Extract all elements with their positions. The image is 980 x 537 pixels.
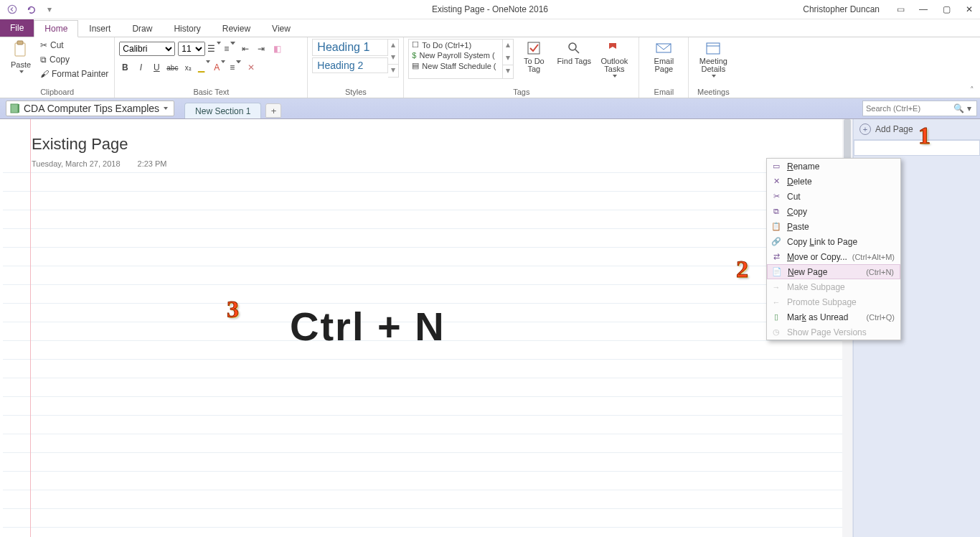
ctx-cut[interactable]: ✂ Cut: [767, 189, 900, 204]
bullets-icon[interactable]: ☰: [208, 43, 220, 55]
ctx-copy-link[interactable]: 🔗 Copy Link to Page: [767, 234, 900, 249]
ribbon-collapse-icon[interactable]: ˄: [970, 85, 974, 95]
callout-3: 3: [227, 296, 239, 323]
tab-home[interactable]: Home: [34, 20, 78, 37]
ribbon: Paste ✂ Cut ⧉ Copy 🖌 Format Painter Clip…: [0, 37, 980, 98]
cut-icon: ✂: [770, 191, 783, 202]
clear-formatting-button[interactable]: ✕: [245, 62, 257, 73]
svg-rect-1: [15, 43, 25, 56]
styles-scroll-down-icon[interactable]: ▾: [388, 52, 398, 64]
font-size-select[interactable]: 11: [178, 42, 205, 56]
minimize-button[interactable]: —: [917, 4, 930, 14]
format-painter-button[interactable]: 🖌 Format Painter: [39, 67, 110, 80]
delete-icon: ✕: [770, 176, 783, 187]
maximize-button[interactable]: ▢: [940, 4, 953, 14]
svg-rect-7: [707, 43, 720, 54]
numbering-icon[interactable]: ≡: [224, 43, 235, 55]
svg-rect-2: [17, 41, 23, 45]
account-name[interactable]: Christopher Duncan: [803, 4, 880, 14]
search-dropdown-icon[interactable]: ▾: [965, 103, 974, 113]
margin-line: [30, 119, 31, 537]
close-button[interactable]: ✕: [963, 4, 976, 14]
style-heading2[interactable]: Heading 2: [312, 57, 388, 73]
page-title[interactable]: Existing Page: [32, 135, 128, 154]
tags-expand-icon[interactable]: ▾: [503, 65, 513, 78]
tab-review[interactable]: Review: [212, 19, 261, 37]
ctx-make-subpage: → Make Subpage: [767, 279, 900, 294]
tags-scroll-up-icon[interactable]: ▴: [503, 39, 513, 52]
ctx-paste[interactable]: 📋 Paste: [767, 219, 900, 234]
tab-view[interactable]: View: [261, 19, 301, 37]
font-name-select[interactable]: Calibri: [119, 42, 175, 56]
group-email-label: Email: [644, 86, 684, 98]
ctx-rename[interactable]: ▭ Rename: [767, 159, 900, 174]
tab-file[interactable]: File: [0, 19, 34, 37]
tab-history[interactable]: History: [163, 19, 211, 37]
paste-button[interactable]: Paste: [4, 39, 37, 75]
page-list-item[interactable]: [854, 140, 980, 156]
copy-button[interactable]: ⧉ Copy: [39, 53, 110, 66]
copy-icon: ⧉: [770, 206, 783, 218]
add-page-button[interactable]: + Add Page: [854, 119, 980, 140]
dollar-icon: $: [412, 51, 416, 60]
tab-insert[interactable]: Insert: [78, 19, 121, 37]
group-styles: Heading 1 Heading 2 ▴ ▾ ▾ Styles: [308, 37, 404, 98]
align-button[interactable]: ≡: [230, 62, 241, 73]
subscript-button[interactable]: x₂: [182, 62, 194, 73]
tag-staff-label: New Staff Schedule (: [422, 62, 496, 70]
font-color-button[interactable]: A: [214, 62, 225, 73]
ctx-move-copy[interactable]: ⇄ Move or Copy... (Ctrl+Alt+M): [767, 249, 900, 264]
eraser-icon[interactable]: ◧: [271, 43, 283, 55]
indent-left-icon: ←: [770, 296, 783, 308]
style-heading1[interactable]: Heading 1: [312, 39, 388, 56]
group-meetings-label: Meetings: [693, 86, 733, 98]
meeting-details-label: Meeting Details: [696, 57, 730, 73]
tag-payroll-label: New Payroll System (: [419, 51, 494, 60]
indent-icon[interactable]: ⇥: [255, 43, 267, 55]
page-timestamp: Tuesday, March 27, 2018 2:23 PM: [32, 159, 166, 168]
ctx-delete[interactable]: ✕ Delete: [767, 174, 900, 189]
back-icon[interactable]: [6, 3, 19, 16]
bold-button[interactable]: B: [119, 62, 131, 73]
search-icon[interactable]: 🔍: [952, 103, 965, 113]
highlight-button[interactable]: ▁: [198, 62, 209, 73]
body-text[interactable]: Ctrl + N: [290, 303, 446, 350]
tab-draw[interactable]: Draw: [121, 19, 163, 37]
email-page-button[interactable]: Email Page: [644, 39, 684, 75]
add-page-label: Add Page: [875, 124, 913, 134]
outlook-tasks-label: Outlook Tasks: [597, 57, 631, 73]
underline-button[interactable]: U: [151, 62, 162, 73]
search-input[interactable]: [863, 103, 952, 113]
section-tab[interactable]: New Section 1: [184, 103, 261, 118]
ribbon-display-icon[interactable]: ▭: [894, 4, 907, 14]
group-basic-text-label: Basic Text: [119, 86, 303, 98]
undo-icon[interactable]: [24, 3, 37, 16]
find-tags-button[interactable]: Find Tags: [554, 39, 594, 67]
group-clipboard-label: Clipboard: [4, 86, 110, 98]
editor-canvas[interactable]: Existing Page Tuesday, March 27, 2018 2:…: [0, 119, 853, 537]
styles-expand-icon[interactable]: ▾: [388, 64, 398, 77]
outdent-icon[interactable]: ⇤: [240, 43, 251, 55]
ctx-new-page[interactable]: 📄 New Page (Ctrl+N): [767, 264, 900, 279]
callout-2: 2: [736, 256, 748, 283]
strike-button[interactable]: abc: [166, 62, 178, 73]
tags-gallery[interactable]: ☐To Do (Ctrl+1) $New Payroll System ( ▤N…: [408, 39, 503, 79]
ctx-mark-unread[interactable]: ▯ Mark as Unread (Ctrl+Q): [767, 309, 900, 324]
add-section-button[interactable]: +: [265, 103, 281, 118]
find-tags-label: Find Tags: [557, 57, 592, 65]
calendar-icon: ▤: [412, 61, 419, 70]
outlook-tasks-button[interactable]: Outlook Tasks: [594, 39, 634, 79]
styles-gallery[interactable]: Heading 1 Heading 2: [312, 39, 388, 75]
styles-scroll-up-icon[interactable]: ▴: [388, 39, 398, 52]
search-box[interactable]: 🔍 ▾: [862, 101, 977, 116]
meeting-details-button[interactable]: Meeting Details: [693, 39, 733, 79]
notebook-selector[interactable]: CDA Computer Tips Examples: [6, 101, 174, 116]
group-tags-label: Tags: [408, 86, 634, 98]
tags-scroll-down-icon[interactable]: ▾: [503, 52, 513, 65]
italic-button[interactable]: I: [135, 62, 146, 73]
cut-button[interactable]: ✂ Cut: [39, 39, 110, 52]
ctx-copy[interactable]: ⧉ Copy: [767, 204, 900, 219]
versions-icon: ◷: [770, 327, 783, 338]
qat-customize-icon[interactable]: ▾: [43, 3, 56, 16]
todo-tag-button[interactable]: To Do Tag: [514, 39, 554, 75]
